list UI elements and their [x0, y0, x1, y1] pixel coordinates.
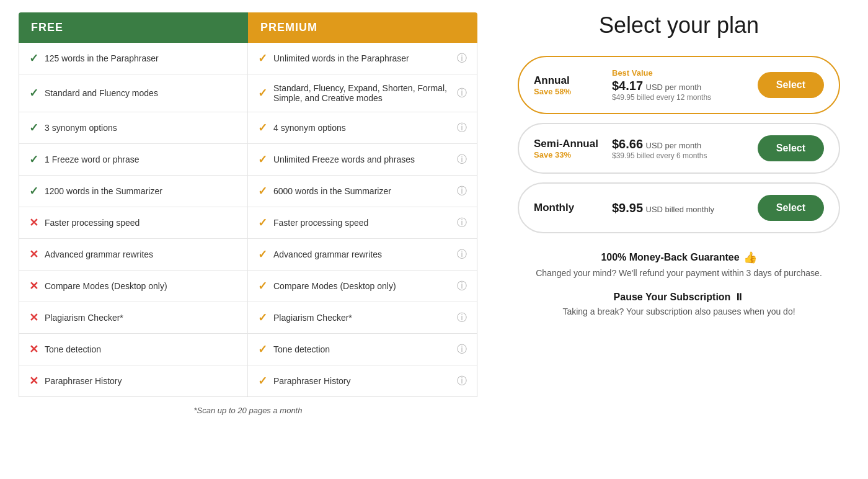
check-orange-icon: ✓ [258, 374, 267, 388]
check-orange-icon: ✓ [258, 279, 267, 293]
cell-free: ✕ Faster processing speed [19, 207, 248, 238]
cross-icon: ✕ [29, 216, 38, 230]
cell-free: ✓ 1200 words in the Summarizer [19, 176, 248, 207]
table-row: ✕ Plagiarism Checker* ✓ Plagiarism Check… [19, 302, 477, 334]
page-title: Select your plan [599, 12, 759, 38]
premium-feature-text: Paraphraser History [273, 376, 351, 386]
plan-name: Monthly [534, 202, 602, 214]
info-icon[interactable]: ⓘ [457, 280, 467, 293]
cell-free: ✓ 1 Freeze word or phrase [19, 144, 248, 175]
check-orange-icon: ✓ [258, 86, 267, 100]
free-header: FREE [19, 12, 248, 43]
cell-free: ✕ Advanced grammar rewrites [19, 239, 248, 270]
cell-premium: ✓ Unlimited Freeze words and phrases ⓘ [248, 144, 477, 175]
premium-feature-text: 6000 words in the Summarizer [273, 186, 391, 196]
free-feature-text: Standard and Fluency modes [45, 88, 158, 98]
plan-name: Semi-Annual [534, 138, 602, 150]
check-orange-icon: ✓ [258, 51, 267, 65]
price-unit: USD per month [646, 141, 702, 150]
check-icon: ✓ [29, 153, 38, 166]
free-feature-text: 3 synonym options [45, 123, 117, 133]
price-sub: $39.95 billed every 6 months [612, 151, 748, 160]
cell-free: ✓ Standard and Fluency modes [19, 74, 248, 112]
price-unit: USD per month [646, 83, 702, 92]
check-orange-icon: ✓ [258, 216, 267, 230]
comparison-panel: FREE PREMIUM ✓ 125 words in the Paraphra… [0, 0, 490, 479]
table-row: ✓ 1200 words in the Summarizer ✓ 6000 wo… [19, 176, 477, 207]
pause-title: Pause Your Subscription ⏸ [536, 292, 822, 303]
price-main: $9.95 [612, 201, 643, 215]
pause-text: Taking a break? Your subscription also p… [536, 307, 822, 316]
thumbs-up-icon: 👍 [743, 251, 757, 264]
premium-feature-text: Plagiarism Checker* [273, 313, 352, 323]
cross-icon: ✕ [29, 248, 38, 261]
free-feature-text: 1 Freeze word or phrase [45, 154, 140, 164]
cross-icon: ✕ [29, 342, 38, 356]
check-icon: ✓ [29, 86, 38, 100]
best-value-label: Best Value [612, 68, 748, 78]
cell-premium: ✓ 6000 words in the Summarizer ⓘ [248, 176, 477, 207]
plan-card: Monthly $9.95 USD billed monthly Select [518, 182, 840, 233]
price-line: $4.17 USD per month [612, 79, 748, 93]
table-row: ✕ Tone detection ✓ Tone detection ⓘ [19, 334, 477, 365]
check-orange-icon: ✓ [258, 153, 267, 166]
cell-premium: ✓ Compare Modes (Desktop only) ⓘ [248, 271, 477, 302]
select-button[interactable]: Select [758, 72, 824, 98]
cross-icon: ✕ [29, 374, 38, 388]
cell-premium: ✓ Faster processing speed ⓘ [248, 207, 477, 238]
cell-premium: ✓ 4 synonym options ⓘ [248, 112, 477, 143]
cell-free: ✕ Plagiarism Checker* [19, 302, 248, 333]
table-row: ✓ 125 words in the Paraphraser ✓ Unlimit… [19, 43, 477, 74]
guarantee-title-text: 100% Money-Back Guarantee [601, 252, 739, 263]
premium-feature-text: Unlimited Freeze words and phrases [273, 154, 415, 164]
premium-feature-text: Unlimited words in the Paraphraser [273, 53, 409, 63]
pause-icon: ⏸ [734, 292, 744, 303]
premium-feature-text: Faster processing speed [273, 218, 368, 228]
table-row: ✕ Paraphraser History ✓ Paraphraser Hist… [19, 365, 477, 396]
table-row: ✓ Standard and Fluency modes ✓ Standard,… [19, 74, 477, 112]
table-row: ✓ 1 Freeze word or phrase ✓ Unlimited Fr… [19, 144, 477, 176]
info-icon[interactable]: ⓘ [457, 375, 467, 388]
plan-name-block: Monthly [534, 202, 602, 214]
select-button[interactable]: Select [758, 135, 824, 161]
check-orange-icon: ✓ [258, 121, 267, 135]
select-button[interactable]: Select [758, 195, 824, 221]
price-main: $4.17 [612, 79, 643, 92]
info-icon[interactable]: ⓘ [457, 52, 467, 65]
plan-cards: Annual Save 58% Best Value $4.17 USD per… [518, 56, 840, 233]
plan-price-block: Best Value $4.17 USD per month $49.95 bi… [612, 68, 748, 102]
premium-feature-text: Tone detection [273, 344, 330, 354]
plan-card: Semi-Annual Save 33% $6.66 USD per month… [518, 123, 840, 174]
table-row: ✓ 3 synonym options ✓ 4 synonym options … [19, 112, 477, 144]
info-icon[interactable]: ⓘ [457, 248, 467, 261]
plan-save: Save 58% [534, 87, 602, 96]
info-icon[interactable]: ⓘ [457, 87, 467, 100]
check-orange-icon: ✓ [258, 311, 267, 325]
premium-feature-text: 4 synonym options [273, 123, 346, 133]
premium-feature-text: Advanced grammar rewrites [273, 249, 382, 259]
price-sub: $49.95 billed every 12 months [612, 93, 748, 102]
guarantee-section: 100% Money-Back Guarantee 👍 Changed your… [536, 251, 822, 316]
plan-price-block: $6.66 USD per month $39.95 billed every … [612, 137, 748, 160]
price-unit: USD billed monthly [646, 205, 715, 214]
check-orange-icon: ✓ [258, 184, 267, 198]
info-icon[interactable]: ⓘ [457, 153, 467, 166]
table-row: ✕ Compare Modes (Desktop only) ✓ Compare… [19, 271, 477, 302]
info-icon[interactable]: ⓘ [457, 217, 467, 230]
cell-premium: ✓ Plagiarism Checker* ⓘ [248, 302, 477, 333]
free-feature-text: Compare Modes (Desktop only) [45, 281, 167, 291]
plan-name-block: Semi-Annual Save 33% [534, 138, 602, 159]
info-icon[interactable]: ⓘ [457, 185, 467, 198]
guarantee-text: Changed your mind? We'll refund your pay… [536, 268, 822, 278]
cell-free: ✕ Compare Modes (Desktop only) [19, 271, 248, 302]
info-icon[interactable]: ⓘ [457, 122, 467, 135]
plan-name-block: Annual Save 58% [534, 74, 602, 96]
table-row: ✕ Advanced grammar rewrites ✓ Advanced g… [19, 239, 477, 271]
comparison-table: ✓ 125 words in the Paraphraser ✓ Unlimit… [19, 43, 477, 397]
info-icon[interactable]: ⓘ [457, 311, 467, 325]
cell-premium: ✓ Paraphraser History ⓘ [248, 365, 477, 396]
cell-premium: ✓ Tone detection ⓘ [248, 334, 477, 365]
check-orange-icon: ✓ [258, 248, 267, 261]
info-icon[interactable]: ⓘ [457, 343, 467, 356]
premium-feature-text: Compare Modes (Desktop only) [273, 281, 396, 291]
